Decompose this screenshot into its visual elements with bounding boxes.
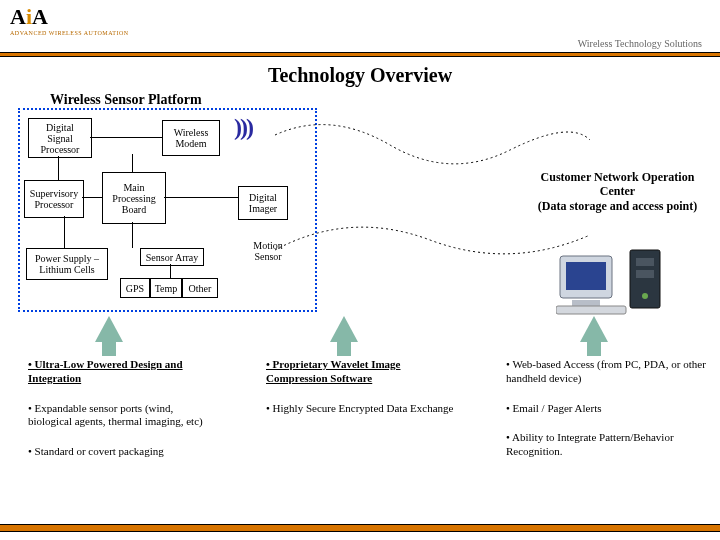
line (58, 156, 59, 180)
brand-logo: AiA (10, 4, 48, 30)
bullet: • Standard or covert packaging (28, 445, 218, 459)
computer-icon (556, 246, 676, 316)
page-title: Technology Overview (0, 64, 720, 87)
block-motion: Motion Sensor (246, 240, 290, 270)
bullet: • Ultra-Low Powered Design and Integrati… (28, 358, 183, 384)
bullets-col2: • Proprietary Wavelet Image Compression … (266, 358, 456, 431)
bullet: • Web-based Access (from PC, PDA, or oth… (506, 358, 706, 386)
arrow-up-icon (330, 316, 358, 342)
svg-rect-2 (572, 300, 600, 306)
logo-a1: A (10, 4, 26, 29)
arrow-stem (102, 340, 116, 356)
block-supervisory: Supervisory Processor (24, 180, 84, 218)
header-right: Wireless Technology Solutions (578, 38, 702, 49)
block-gps: GPS (120, 278, 150, 298)
block-temp: Temp (150, 278, 182, 298)
svg-rect-3 (556, 306, 626, 314)
svg-rect-6 (636, 270, 654, 278)
block-other: Other (182, 278, 218, 298)
bullet: • Ability to Integrate Pattern/Behavior … (506, 431, 706, 459)
block-sensor-array: Sensor Array (140, 248, 204, 266)
cnoc-label: Customer Network Operation Center (Data … (530, 170, 705, 213)
block-imager: Digital Imager (238, 186, 288, 220)
arrow-up-icon (580, 316, 608, 342)
svg-point-7 (642, 293, 648, 299)
bullet: • Proprietary Wavelet Image Compression … (266, 358, 401, 384)
svg-rect-5 (636, 258, 654, 266)
svg-rect-1 (566, 262, 606, 290)
bullet: • Highly Secure Encrypted Data Exchange (266, 402, 456, 416)
bullets-col1: • Ultra-Low Powered Design and Integrati… (28, 358, 218, 475)
bullet: • Expandable sensor ports (wind, biologi… (28, 402, 218, 430)
block-modem: Wireless Modem (162, 120, 220, 156)
block-dsp: Digital Signal Processor (28, 118, 92, 158)
block-power: Power Supply – Lithium Cells (26, 248, 108, 280)
line (82, 197, 102, 198)
line (164, 197, 238, 198)
line (132, 222, 133, 248)
bullet: • Email / Pager Alerts (506, 402, 706, 416)
footer-stripe (0, 524, 720, 532)
line (132, 154, 133, 172)
wireless-icon: ))) (234, 114, 252, 141)
line (170, 264, 171, 278)
line (90, 137, 162, 138)
slide: AiA ADVANCED WIRELESS AUTOMATION Wireles… (0, 0, 720, 540)
platform-header: Wireless Sensor Platform (50, 92, 202, 108)
brand-subtext: ADVANCED WIRELESS AUTOMATION (10, 30, 129, 36)
logo-a2: A (32, 4, 48, 29)
arrow-stem (337, 340, 351, 356)
line (64, 216, 65, 248)
bullets-col3: • Web-based Access (from PC, PDA, or oth… (506, 358, 706, 475)
block-main-board: Main Processing Board (102, 172, 166, 224)
arrow-stem (587, 340, 601, 356)
arrow-up-icon (95, 316, 123, 342)
header-stripe (0, 52, 720, 57)
